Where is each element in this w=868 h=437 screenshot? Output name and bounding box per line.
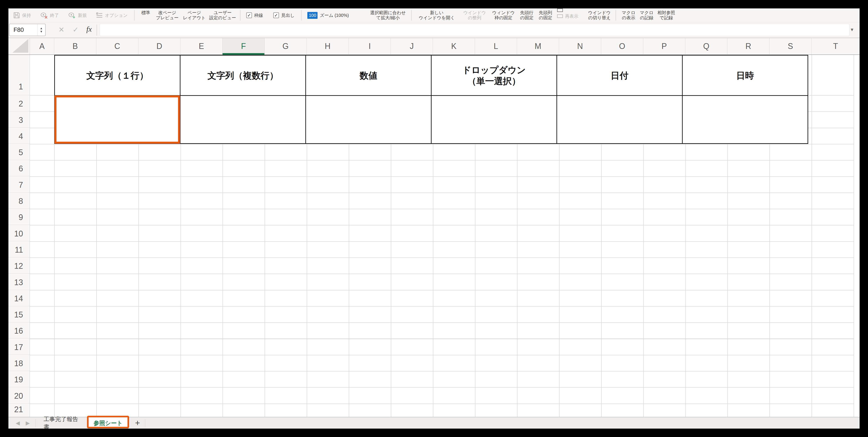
row-header[interactable]: 11	[8, 241, 30, 257]
row-header[interactable]: 1	[8, 55, 30, 95]
column-header[interactable]: C	[96, 38, 138, 55]
row-header[interactable]: 6	[8, 160, 30, 176]
column-header[interactable]: D	[138, 38, 181, 55]
view-normal-button[interactable]: 標準	[141, 9, 150, 21]
new-window-button[interactable]: 新しい ウインドウを開く	[419, 9, 455, 21]
options-button[interactable]: オプション	[96, 12, 128, 19]
column-header[interactable]: K	[433, 38, 475, 55]
column-header[interactable]: M	[517, 38, 559, 55]
column-header[interactable]: Q	[685, 38, 727, 55]
sheet-tab-koji-hokokusho[interactable]: 工事完了報告書	[43, 417, 84, 429]
row-header[interactable]: 20	[8, 387, 30, 403]
column-header[interactable]: A	[30, 38, 54, 55]
new-workbook-icon	[68, 12, 76, 19]
column-header[interactable]: R	[727, 38, 770, 55]
headings-checkbox[interactable]: ✓	[273, 12, 279, 18]
header-cell-text-multi[interactable]: 文字列（複数行）	[180, 55, 306, 96]
freeze-top-row-button[interactable]: 先頭行 の固定	[520, 9, 533, 21]
enter-icon[interactable]: ✓	[73, 26, 79, 34]
view-macros-button[interactable]: マクロ の表示	[622, 9, 635, 21]
spinner-up-icon[interactable]: ▲	[40, 27, 43, 30]
header-cell-datetime[interactable]: 日時	[682, 55, 808, 96]
input-cell-number[interactable]	[305, 95, 432, 144]
formula-bar: F80 ▲ ▼ ✕ ✓ fx ▼	[8, 22, 860, 38]
row-header[interactable]: 19	[8, 371, 30, 387]
arrange-windows-button[interactable]: ウインドウ の整列	[463, 9, 486, 21]
zoom-100-icon: 100	[307, 12, 317, 19]
row-header[interactable]: 7	[8, 176, 30, 192]
quit-button[interactable]: 終了	[40, 12, 59, 19]
view-page-layout-button[interactable]: ページ レイアウト	[183, 9, 206, 21]
close-workbook-icon	[40, 12, 48, 19]
hide-window-icon[interactable]	[557, 8, 563, 12]
add-sheet-button[interactable]: +	[132, 417, 143, 429]
hold-button[interactable]: 保持	[13, 12, 31, 19]
input-cell-datetime[interactable]	[682, 95, 808, 144]
quit-label: 終了	[50, 13, 59, 18]
row-header[interactable]: 3	[8, 111, 30, 127]
input-cell-text-multi[interactable]	[180, 95, 306, 144]
prev-sheet-icon[interactable]: ◀	[16, 420, 20, 426]
row-header[interactable]: 17	[8, 339, 30, 355]
row-header[interactable]: 9	[8, 209, 30, 225]
toolbar-divider	[616, 10, 616, 21]
column-header[interactable]: O	[601, 38, 643, 55]
gridlines-checkbox[interactable]: ✓	[246, 12, 252, 18]
header-cell-dropdown[interactable]: ドロップダウン （単一選択）	[431, 55, 557, 96]
freeze-panes-button[interactable]: ウィンドウ 枠の固定	[492, 9, 515, 21]
row-header[interactable]: 18	[8, 355, 30, 371]
input-cell-dropdown[interactable]	[431, 95, 557, 144]
column-header[interactable]: I	[349, 38, 391, 55]
column-header[interactable]: B	[54, 38, 96, 55]
relative-references-button[interactable]: 相対参照 で記録	[657, 9, 675, 21]
select-all-corner[interactable]	[8, 38, 30, 55]
view-custom-button[interactable]: ユーザー 設定のビュー	[209, 9, 236, 21]
column-header[interactable]: H	[307, 38, 349, 55]
expand-formula-bar-icon[interactable]: ▼	[850, 27, 854, 32]
column-header[interactable]: T	[811, 38, 860, 55]
row-header[interactable]: 2	[8, 95, 30, 111]
column-header[interactable]: P	[643, 38, 685, 55]
column-header[interactable]: N	[559, 38, 601, 55]
row-header[interactable]: 15	[8, 306, 30, 322]
zoom-button[interactable]: 100 ズーム (100%)	[307, 12, 349, 19]
zoom-to-selection-button[interactable]: 選択範囲に合わせ て拡大/縮小	[370, 9, 406, 21]
row-header[interactable]: 16	[8, 322, 30, 339]
header-cell-date[interactable]: 日付	[556, 55, 683, 96]
row-header[interactable]: 12	[8, 257, 30, 274]
gridlines-toggle[interactable]: ✓ 枠線	[246, 12, 263, 18]
column-header[interactable]: S	[770, 38, 811, 55]
cancel-icon[interactable]: ✕	[58, 26, 64, 34]
column-header-selected[interactable]: F	[222, 38, 265, 55]
screen-letterbox-left	[0, 0, 8, 437]
row-header[interactable]: 10	[8, 225, 30, 241]
unhide-button[interactable]: 再表示	[557, 14, 578, 19]
name-box-spinner[interactable]: ▲ ▼	[37, 24, 45, 36]
row-header[interactable]: 4	[8, 128, 30, 144]
row-header[interactable]: 13	[8, 274, 30, 290]
record-macro-button[interactable]: マクロ の記録	[640, 9, 653, 21]
spinner-down-icon[interactable]: ▼	[40, 30, 43, 33]
name-box[interactable]: F80 ▲ ▼	[9, 24, 45, 36]
column-header[interactable]: J	[391, 38, 433, 55]
column-header[interactable]: E	[181, 38, 222, 55]
row-header[interactable]: 14	[8, 290, 30, 306]
column-header[interactable]: G	[265, 38, 307, 55]
column-header[interactable]: L	[475, 38, 517, 55]
header-cell-number[interactable]: 数値	[305, 55, 432, 96]
row-header[interactable]: 5	[8, 144, 30, 160]
input-cell-date[interactable]	[556, 95, 683, 144]
row-header[interactable]: 21	[8, 404, 30, 417]
view-page-break-button[interactable]: 改ページ プレビュー	[156, 9, 179, 21]
formula-input[interactable]	[100, 24, 849, 36]
switch-windows-button[interactable]: ウインドウ の切り替え	[588, 9, 611, 21]
hold-label: 保持	[22, 13, 31, 18]
new-button[interactable]: 新規	[68, 12, 87, 19]
freeze-first-col-button[interactable]: 先頭列 の固定	[539, 9, 552, 21]
next-sheet-icon[interactable]: ▶	[26, 420, 30, 426]
toolbar-divider	[134, 10, 135, 21]
header-cell-text-single[interactable]: 文字列（１行）	[54, 55, 181, 96]
row-header[interactable]: 8	[8, 193, 30, 209]
insert-function-icon[interactable]: fx	[86, 25, 92, 33]
headings-toggle[interactable]: ✓ 見出し	[273, 12, 294, 18]
